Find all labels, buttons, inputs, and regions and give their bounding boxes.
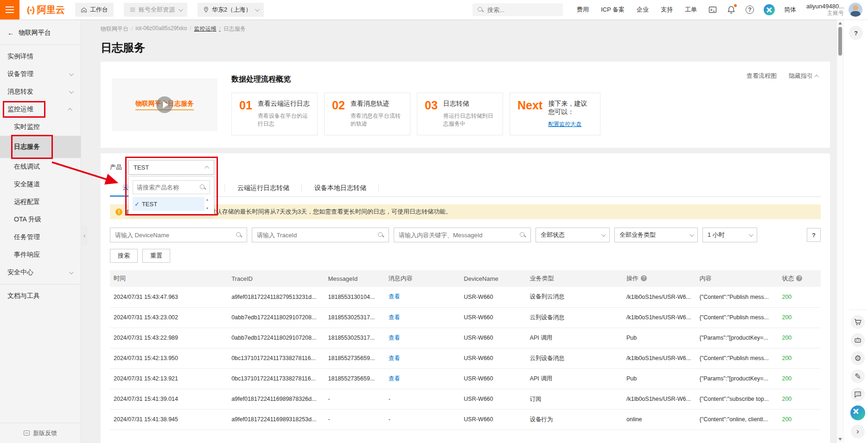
help-icon[interactable] [641,275,647,281]
chevron-down-icon [255,7,260,12]
help-float-button[interactable]: ? [849,26,863,40]
scroll-down-icon[interactable] [838,438,842,441]
hamburger-menu-icon[interactable] [0,0,19,19]
sidebar-item[interactable]: 任务管理 [0,228,81,246]
workbench-button[interactable]: 工作台 [75,3,114,17]
cloudshell-icon[interactable] [708,5,717,14]
sidebar-item[interactable]: 设备管理 [0,65,81,83]
notification-bell-icon[interactable] [727,5,736,14]
reset-button[interactable]: 重置 [142,249,170,263]
search-icon[interactable] [236,232,242,238]
product-search[interactable] [133,180,210,194]
keyword-input[interactable] [399,232,516,239]
devicename-filter[interactable] [110,228,247,242]
col-operation: 操作 [623,270,696,287]
filter-help-button[interactable]: ? [807,228,821,242]
language-switch[interactable]: 简体 [784,6,796,14]
view-message-link[interactable]: - [385,389,460,409]
cell-messageid: 1818553025317... [325,307,385,328]
sidebar-back[interactable]: ← 物联网平台 [0,19,81,45]
sidebar-item[interactable]: 实例详情 [0,48,81,65]
search-icon[interactable] [377,232,384,238]
scrollbar-thumb[interactable] [838,27,842,56]
sidebar-item[interactable]: 远程配置 [0,193,81,211]
gear-icon[interactable]: ⚙ [851,351,865,365]
traceid-input[interactable] [257,232,374,239]
table-body: 2024/07/31 15:43:47.963 a9fef01817224118… [110,287,821,430]
view-message-link[interactable]: 查看 [385,368,460,389]
hide-guide-toggle[interactable]: 隐藏指引 [789,72,819,80]
global-search-input[interactable] [487,6,552,13]
view-flowchart-link[interactable]: 查看流程图 [747,72,777,80]
table-row: 2024/07/31 15:43:47.963 a9fef01817224118… [110,287,821,307]
sidebar-collapse-handle[interactable]: ‹ [81,225,88,246]
sidebar-item[interactable]: 在线调试 [0,158,81,176]
sidebar-item[interactable]: 事件响应 [0,246,81,264]
view-message-link[interactable]: 查看 [385,307,460,328]
aliyun-logo[interactable]: (-) 阿里云 [27,4,65,16]
product-option[interactable]: ✓ TEST [133,197,204,211]
avatar[interactable] [849,3,862,17]
header-menu-item[interactable]: ICP 备案 [601,6,625,14]
robot-assistant-icon[interactable] [851,333,865,347]
col-messageid: MessageId [325,270,385,287]
time-range-select[interactable]: 1 小时 [702,228,757,242]
configure-dashboard-link[interactable]: 配置监控大盘 [548,120,581,128]
sidebar-item[interactable]: 实时监控 [0,118,81,136]
help-icon[interactable] [796,275,802,281]
view-message-link[interactable]: 查看 [385,287,460,307]
sidebar-item[interactable]: 消息转发 [0,83,81,101]
keyword-filter[interactable] [394,228,531,242]
sidebar-item[interactable]: 日志服务 [0,136,81,158]
sidebar-item[interactable]: 安全中心 [0,264,81,281]
search-button[interactable]: 搜索 [110,249,138,263]
header-menu-item[interactable]: 工单 [685,6,697,14]
feedback-button[interactable]: 新版反馈 [0,423,81,443]
cell-devicename: USR-W660 [460,368,526,389]
pencil-icon[interactable]: ✎ [851,369,865,383]
sidebar-item[interactable]: OTA 升级 [0,211,81,228]
header-menu-item[interactable]: 企业 [637,6,649,14]
product-select[interactable]: TEST [128,160,214,175]
sidebar-item[interactable]: 安全隧道 [0,176,81,193]
help-icon[interactable]: ? [745,5,754,14]
resources-selector[interactable]: 账号全部资源 [124,3,187,17]
app-logo-icon[interactable] [764,4,775,15]
scroll-up-icon[interactable] [838,22,842,25]
cart-icon[interactable] [851,315,865,329]
product-search-input[interactable] [137,184,197,191]
view-message-link[interactable]: - [385,409,460,430]
breadcrumb-item[interactable]: 日志服务 [223,25,246,33]
search-icon[interactable] [519,232,526,238]
header-menu-item[interactable]: 费用 [577,6,589,14]
cell-biztype: 设备行为 [526,409,623,430]
devicename-input[interactable] [115,232,232,239]
app-logo-icon[interactable] [850,405,865,420]
tab[interactable]: 设备本地日志转储 [302,179,379,196]
status-select[interactable]: 全部状态 [536,228,610,242]
sidebar-item[interactable]: 监控运维 [0,101,81,118]
view-message-link[interactable]: 查看 [385,328,460,348]
breadcrumb-item[interactable]: iot-06z00a85s29fxko [135,25,191,33]
tab[interactable]: 云端运行日志转储 [225,179,302,196]
header-menu-item[interactable]: 支持 [661,6,673,14]
breadcrumb-item[interactable]: 物联网平台 [101,25,133,33]
cell-content: {"Content":"online, clientl... [696,409,779,430]
cell-devicename: USR-W660 [460,348,526,368]
cell-biztype: API 调用 [526,368,623,389]
feedback-chat-icon[interactable] [851,387,865,401]
page-scrollbar[interactable] [836,19,843,443]
account-menu[interactable]: aliyun49480... 主账号 [806,3,844,17]
video-thumbnail[interactable]: 物联网平台日志服务 [112,78,217,131]
sidebar-item[interactable]: 文档与工具 [0,284,81,305]
play-icon[interactable] [156,96,173,113]
breadcrumb-item[interactable]: 监控运维 [194,25,220,33]
collapse-rail-button[interactable]: › [851,424,865,438]
region-selector[interactable]: 华东2（上海） [198,3,264,17]
global-search[interactable] [472,3,563,16]
traceid-filter[interactable] [252,228,389,242]
biztype-select[interactable]: 全部业务类型 [614,228,698,242]
cell-devicename: USR-W660 [460,328,526,348]
option-scrollbar[interactable]: ▲▼ [204,197,210,211]
view-message-link[interactable]: 查看 [385,348,460,368]
